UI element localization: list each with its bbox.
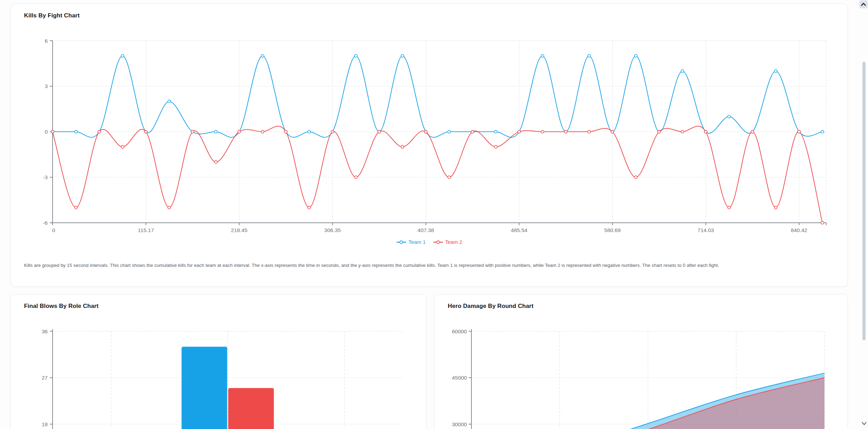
team2-point[interactable] bbox=[331, 130, 334, 133]
team1-point[interactable] bbox=[588, 55, 591, 57]
kills-chart-description: Kills are grouped by 15 second intervals… bbox=[24, 261, 835, 270]
team1-line[interactable] bbox=[53, 56, 822, 137]
team2-point[interactable] bbox=[728, 206, 730, 209]
team1-point[interactable] bbox=[168, 100, 171, 103]
x-tick-label: 115.17 bbox=[138, 227, 154, 233]
y-tick-label: 0 bbox=[45, 129, 48, 135]
hero-damage-by-round-card: Hero Damage By Round Chart 6000045000300… bbox=[434, 294, 848, 429]
team1-point[interactable] bbox=[354, 55, 357, 57]
final-blows-by-role-card: Final Blows By Role Chart 362718 bbox=[10, 294, 427, 429]
team2-point[interactable] bbox=[494, 145, 497, 148]
team1-point[interactable] bbox=[121, 55, 124, 57]
team2-point[interactable] bbox=[588, 130, 591, 133]
team1-point[interactable] bbox=[494, 130, 497, 133]
team1-point[interactable] bbox=[214, 130, 217, 133]
team2-bar[interactable] bbox=[228, 388, 274, 429]
x-tick-label: 485.54 bbox=[511, 227, 527, 233]
team2-point[interactable] bbox=[564, 130, 567, 133]
team2-point[interactable] bbox=[448, 176, 451, 178]
team1-point[interactable] bbox=[728, 115, 730, 118]
team2-point[interactable] bbox=[308, 206, 311, 209]
team1-point[interactable] bbox=[308, 130, 311, 133]
hero-damage-chart[interactable]: 600004500030000 bbox=[435, 294, 847, 429]
chevron-up-icon bbox=[861, 3, 866, 6]
team1-point[interactable] bbox=[821, 130, 824, 133]
x-tick-label: 306.35 bbox=[324, 227, 341, 233]
y-tick-label: -6 bbox=[43, 220, 48, 226]
team1-point[interactable] bbox=[261, 55, 264, 57]
team2-point[interactable] bbox=[658, 130, 660, 133]
legend-line-marker-icon bbox=[397, 240, 406, 244]
team1-point[interactable] bbox=[681, 70, 684, 72]
team1-point[interactable] bbox=[448, 130, 451, 133]
team2-point[interactable] bbox=[751, 130, 754, 133]
team2-point[interactable] bbox=[354, 176, 357, 178]
legend-item-team-1[interactable]: Team 1 bbox=[397, 239, 425, 245]
team1-point[interactable] bbox=[634, 55, 637, 57]
team2-point[interactable] bbox=[191, 130, 194, 133]
team2-point[interactable] bbox=[798, 130, 800, 133]
y-tick-label: 30000 bbox=[452, 421, 467, 427]
final-blows-chart[interactable]: 362718 bbox=[11, 294, 426, 429]
y-tick-label: 3 bbox=[45, 83, 48, 89]
x-tick-label: 407.38 bbox=[417, 227, 434, 233]
team1-point[interactable] bbox=[75, 130, 77, 133]
team2-point[interactable] bbox=[611, 130, 614, 133]
y-tick-label: 36 bbox=[42, 328, 48, 334]
team2-point[interactable] bbox=[284, 130, 287, 133]
legend-label: Team 2 bbox=[445, 239, 462, 245]
y-tick-label: 60000 bbox=[452, 328, 467, 334]
team2-point[interactable] bbox=[424, 130, 427, 133]
team2-point[interactable] bbox=[121, 145, 124, 148]
team2-point[interactable] bbox=[518, 130, 521, 133]
team2-point[interactable] bbox=[471, 130, 474, 133]
y-tick-label: 27 bbox=[42, 375, 48, 381]
team2-point[interactable] bbox=[378, 130, 381, 133]
team1-point[interactable] bbox=[541, 55, 544, 57]
team1-bar[interactable] bbox=[182, 347, 227, 429]
team2-point[interactable] bbox=[681, 130, 684, 133]
team2-point[interactable] bbox=[144, 130, 147, 133]
team2-point[interactable] bbox=[634, 176, 637, 178]
x-tick-label: 840.42 bbox=[791, 227, 807, 233]
team1-point[interactable] bbox=[401, 55, 404, 57]
x-tick-label: 714.03 bbox=[697, 227, 714, 233]
kills-by-fight-card: Kills By Fight Chart 630-3-60115.17218.4… bbox=[10, 3, 848, 287]
x-tick-label: 0 bbox=[52, 227, 55, 233]
team2-point[interactable] bbox=[98, 130, 101, 133]
team2-point[interactable] bbox=[821, 221, 824, 224]
x-tick-label: 580.69 bbox=[604, 227, 620, 233]
legend-label: Team 1 bbox=[408, 239, 425, 245]
team2-point[interactable] bbox=[261, 130, 264, 133]
team2-point[interactable] bbox=[51, 130, 54, 133]
chevron-down-icon[interactable] bbox=[862, 422, 867, 426]
team1-point[interactable] bbox=[774, 70, 777, 72]
kills-chart-legend: Team 1 Team 2 bbox=[11, 239, 848, 245]
team2-point[interactable] bbox=[774, 206, 777, 209]
team2-point[interactable] bbox=[75, 206, 77, 209]
legend-item-team-2[interactable]: Team 2 bbox=[433, 239, 462, 245]
team2-point[interactable] bbox=[401, 145, 404, 148]
y-tick-label: 18 bbox=[42, 421, 48, 427]
y-tick-label: -3 bbox=[43, 174, 48, 180]
team2-point[interactable] bbox=[214, 161, 217, 164]
team2-point[interactable] bbox=[704, 130, 707, 133]
kills-by-fight-chart[interactable]: 630-3-60115.17218.45306.35407.38485.5458… bbox=[11, 4, 847, 258]
scrollbar-thumb[interactable] bbox=[862, 62, 866, 340]
x-tick-label: 218.45 bbox=[231, 227, 247, 233]
team2-point[interactable] bbox=[238, 130, 241, 133]
team2-point[interactable] bbox=[168, 206, 171, 209]
legend-line-marker-icon bbox=[433, 240, 443, 244]
scrollbar-up-button[interactable] bbox=[859, 0, 868, 8]
team2-point[interactable] bbox=[541, 130, 544, 133]
y-tick-label: 6 bbox=[45, 38, 48, 44]
y-tick-label: 45000 bbox=[452, 375, 467, 381]
